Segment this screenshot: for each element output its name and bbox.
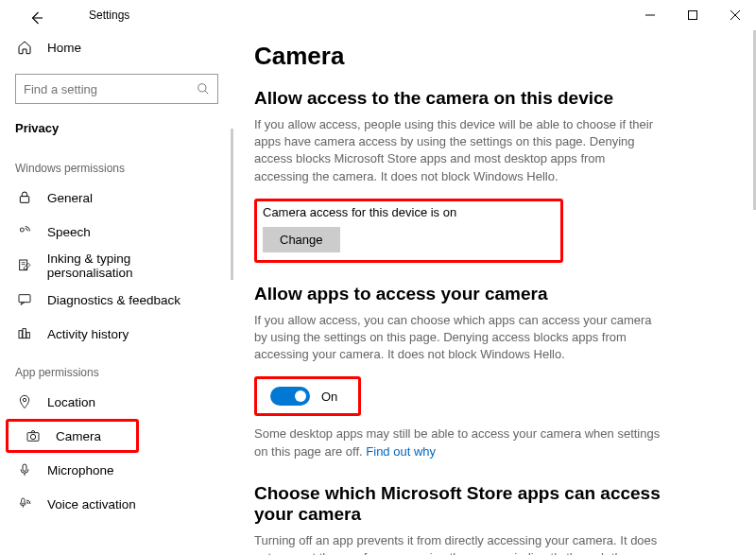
lock-icon (15, 190, 34, 205)
device-access-highlight: Camera access for this device is on Chan… (254, 199, 563, 263)
inking-icon (15, 258, 34, 273)
maximize-button[interactable] (671, 0, 713, 30)
change-button[interactable]: Change (263, 227, 340, 252)
sidebar-item-label: Diagnostics & feedback (47, 293, 180, 307)
svg-point-17 (30, 434, 35, 439)
choose-apps-desc: Turning off an app prevents it from dire… (254, 532, 661, 555)
location-icon (15, 394, 34, 409)
svg-rect-19 (22, 498, 25, 504)
sidebar-item-camera[interactable]: Camera (6, 419, 139, 453)
svg-rect-14 (26, 333, 29, 338)
sidebar-item-speech[interactable]: Speech (0, 215, 233, 249)
sidebar-item-diagnostics[interactable]: Diagnostics & feedback (0, 283, 233, 317)
svg-line-5 (205, 91, 209, 95)
sidebar-item-label: Microphone (47, 463, 114, 477)
desktop-note: Some desktop apps may still be able to a… (254, 425, 661, 460)
device-status-text: Camera access for this device is on (263, 205, 456, 219)
svg-rect-6 (20, 197, 28, 203)
sidebar-item-voice[interactable]: Voice activation (0, 487, 233, 521)
search-input[interactable] (24, 82, 197, 96)
sidebar-home-label: Home (47, 41, 81, 55)
search-icon (197, 82, 210, 95)
feedback-icon (15, 292, 34, 307)
activity-icon (15, 326, 34, 341)
svg-rect-8 (20, 260, 27, 270)
sidebar: Home Privacy Windows permissions General… (0, 30, 233, 555)
section-app-permissions: App permissions (0, 351, 233, 385)
allow-device-desc: If you allow access, people using this d… (254, 116, 661, 185)
sidebar-item-label: Inking & typing personalisation (47, 251, 218, 280)
choose-apps-heading: Choose which Microsoft Store apps can ac… (254, 483, 661, 525)
camera-icon (24, 428, 43, 443)
svg-point-7 (20, 228, 24, 232)
close-icon (730, 10, 740, 20)
sidebar-item-general[interactable]: General (0, 181, 233, 215)
maximize-icon (688, 10, 697, 20)
allow-device-heading: Allow access to the camera on this devic… (254, 88, 728, 109)
sidebar-home[interactable]: Home (0, 30, 233, 64)
svg-rect-18 (23, 464, 26, 471)
speech-icon (15, 224, 34, 239)
svg-rect-13 (23, 329, 26, 338)
sidebar-item-label: Activity history (47, 327, 129, 341)
sidebar-item-label: General (47, 191, 93, 205)
sidebar-item-activity[interactable]: Activity history (0, 317, 233, 351)
svg-rect-11 (19, 295, 30, 303)
minimize-icon (645, 10, 655, 20)
apps-access-toggle[interactable] (270, 387, 310, 406)
titlebar: Settings (0, 0, 756, 30)
sidebar-item-label: Voice activation (47, 497, 136, 512)
toggle-state-label: On (321, 390, 337, 404)
voice-icon (15, 496, 34, 512)
section-windows-permissions: Windows permissions (0, 147, 233, 181)
category-privacy: Privacy (0, 112, 233, 147)
microphone-icon (15, 462, 34, 477)
toggle-knob (295, 390, 306, 402)
svg-rect-12 (19, 331, 22, 338)
arrow-left-icon (28, 9, 45, 26)
search-box[interactable] (15, 74, 218, 104)
svg-point-4 (198, 84, 206, 92)
sidebar-item-label: Location (47, 395, 95, 409)
window-title: Settings (62, 9, 628, 22)
apps-toggle-highlight: On (254, 376, 361, 416)
back-button[interactable] (11, 4, 62, 26)
minimize-button[interactable] (628, 0, 671, 30)
home-icon (15, 40, 34, 55)
main-content: Camera Allow access to the camera on thi… (233, 30, 756, 555)
find-out-why-link[interactable]: Find out why (366, 444, 436, 459)
svg-rect-1 (688, 11, 696, 20)
svg-point-15 (23, 398, 26, 401)
sidebar-item-inking[interactable]: Inking & typing personalisation (0, 249, 233, 283)
sidebar-item-label: Camera (56, 429, 101, 443)
allow-apps-heading: Allow apps to access your camera (254, 284, 728, 304)
sidebar-item-label: Speech (47, 225, 91, 239)
sidebar-item-location[interactable]: Location (0, 385, 233, 419)
close-button[interactable] (713, 0, 756, 30)
sidebar-item-microphone[interactable]: Microphone (0, 453, 233, 487)
page-title: Camera (254, 42, 728, 71)
allow-apps-desc: If you allow access, you can choose whic… (254, 312, 661, 364)
